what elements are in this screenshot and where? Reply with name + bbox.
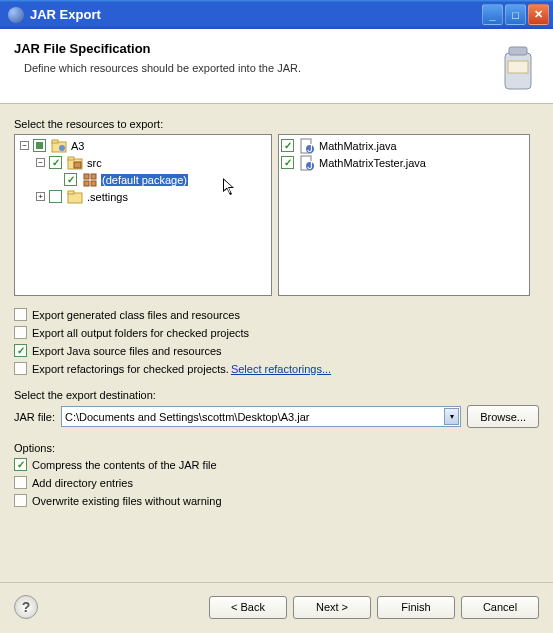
select-refactorings-link[interactable]: Select refactorings... <box>231 363 331 375</box>
overwrite-label: Overwrite existing files without warning <box>32 495 222 507</box>
maximize-button[interactable]: □ <box>505 4 526 25</box>
file-label[interactable]: MathMatrixTester.java <box>318 157 427 169</box>
src-label[interactable]: src <box>86 157 103 169</box>
jar-file-label: JAR file: <box>14 411 55 423</box>
jar-file-input[interactable] <box>61 406 461 427</box>
title-bar: JAR Export _ □ ✕ <box>0 0 553 29</box>
package-checkbox[interactable] <box>64 173 77 186</box>
svg-rect-12 <box>91 181 96 186</box>
overwrite-checkbox[interactable] <box>14 494 27 507</box>
src-checkbox[interactable] <box>49 156 62 169</box>
export-class-label: Export generated class files and resourc… <box>32 309 240 321</box>
resource-tree[interactable]: − A3 − src (default package) <box>14 134 272 296</box>
compress-label: Compress the contents of the JAR file <box>32 459 217 471</box>
cancel-button[interactable]: Cancel <box>461 596 539 619</box>
page-title: JAR File Specification <box>14 41 497 56</box>
file-checkbox[interactable] <box>281 139 294 152</box>
help-button[interactable]: ? <box>14 595 38 619</box>
svg-rect-8 <box>74 162 81 168</box>
svg-rect-14 <box>68 191 74 194</box>
project-label[interactable]: A3 <box>70 140 85 152</box>
compress-checkbox[interactable] <box>14 458 27 471</box>
browse-button[interactable]: Browse... <box>467 405 539 428</box>
options-label: Options: <box>14 442 539 454</box>
svg-rect-4 <box>52 140 58 143</box>
close-button[interactable]: ✕ <box>528 4 549 25</box>
dropdown-icon[interactable]: ▾ <box>444 408 459 425</box>
package-icon <box>82 172 98 188</box>
svg-text:J: J <box>307 159 313 171</box>
expand-icon[interactable]: + <box>36 192 45 201</box>
export-output-checkbox[interactable] <box>14 326 27 339</box>
export-source-checkbox[interactable] <box>14 344 27 357</box>
export-refactorings-label: Export refactorings for checked projects… <box>32 363 229 375</box>
project-checkbox[interactable] <box>33 139 46 152</box>
back-button[interactable]: < Back <box>209 596 287 619</box>
wizard-header: JAR File Specification Define which reso… <box>0 29 553 104</box>
file-list[interactable]: J MathMatrix.java J MathMatrixTester.jav… <box>278 134 530 296</box>
java-file-icon: J <box>299 138 315 154</box>
export-refactorings-checkbox[interactable] <box>14 362 27 375</box>
export-destination-label: Select the export destination: <box>14 389 539 401</box>
file-label[interactable]: MathMatrix.java <box>318 140 398 152</box>
window-title: JAR Export <box>28 7 480 22</box>
page-description: Define which resources should be exporte… <box>24 62 497 74</box>
settings-label[interactable]: .settings <box>86 191 129 203</box>
svg-rect-9 <box>84 174 89 179</box>
select-resources-label: Select the resources to export: <box>14 118 539 130</box>
svg-rect-2 <box>508 61 528 73</box>
export-output-label: Export all output folders for checked pr… <box>32 327 249 339</box>
next-button[interactable]: Next > <box>293 596 371 619</box>
settings-checkbox[interactable] <box>49 190 62 203</box>
svg-rect-1 <box>509 47 527 55</box>
minimize-button[interactable]: _ <box>482 4 503 25</box>
svg-rect-10 <box>91 174 96 179</box>
svg-rect-11 <box>84 181 89 186</box>
svg-text:J: J <box>307 142 313 154</box>
export-class-checkbox[interactable] <box>14 308 27 321</box>
collapse-icon[interactable]: − <box>36 158 45 167</box>
add-dir-label: Add directory entries <box>32 477 133 489</box>
add-dir-checkbox[interactable] <box>14 476 27 489</box>
finish-button[interactable]: Finish <box>377 596 455 619</box>
source-folder-icon <box>67 155 83 171</box>
file-checkbox[interactable] <box>281 156 294 169</box>
svg-rect-7 <box>68 157 74 160</box>
export-source-label: Export Java source files and resources <box>32 345 222 357</box>
eclipse-icon <box>8 7 24 23</box>
default-package-label[interactable]: (default package) <box>101 174 188 186</box>
java-file-icon: J <box>299 155 315 171</box>
jar-icon <box>497 41 539 93</box>
collapse-icon[interactable]: − <box>20 141 29 150</box>
folder-icon <box>67 189 83 205</box>
svg-point-5 <box>59 145 65 151</box>
project-icon <box>51 138 67 154</box>
